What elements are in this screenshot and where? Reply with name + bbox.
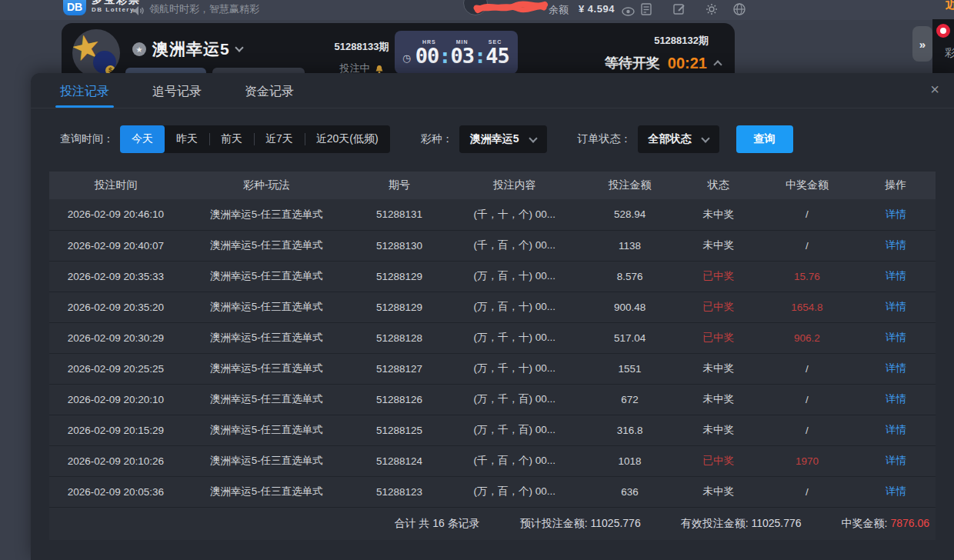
- cell-win-amount: /: [759, 415, 856, 445]
- order-status-select[interactable]: 全部状态: [638, 125, 719, 153]
- cell-win-amount: 15.76: [759, 261, 856, 292]
- report-icon[interactable]: [672, 2, 686, 16]
- countdown-clock: ◷ HRS MIN SEC 00:03:45: [395, 31, 518, 74]
- game-title-row[interactable]: ★ 澳洲幸运5: [132, 38, 242, 60]
- cell-bet-amount: 672: [581, 384, 679, 415]
- waiting-block: 51288132期 等待开奖 00:21: [605, 34, 721, 72]
- lottery-ball-icon: [93, 51, 116, 74]
- summary-valid: 有效投注金额: 11025.776: [681, 517, 802, 531]
- cell-bet-time: 2026-02-09 20:10:26: [49, 445, 182, 476]
- cell-issue: 51288129: [351, 261, 449, 292]
- tab-追号记录[interactable]: 追号记录: [152, 84, 202, 108]
- table-row: 2026-02-09 20:40:07 澳洲幸运5-任三直选单式 5128813…: [49, 230, 936, 261]
- detail-link[interactable]: 详情: [856, 322, 936, 353]
- cell-issue: 51288129: [351, 292, 449, 322]
- gear-icon[interactable]: [705, 2, 719, 16]
- table-row: 2026-02-09 20:15:29 澳洲幸运5-任三直选单式 5128812…: [49, 415, 936, 445]
- detail-link[interactable]: 详情: [856, 476, 936, 507]
- lottery-select[interactable]: 澳洲幸运5: [459, 125, 547, 153]
- detail-link[interactable]: 详情: [856, 261, 936, 292]
- speaker-icon: [132, 3, 145, 17]
- records-body: 2026-02-09 20:46:10 澳洲幸运5-任三直选单式 5128813…: [49, 199, 936, 507]
- cell-game-play: 澳洲幸运5-任三直选单式: [182, 445, 351, 476]
- cell-game-play: 澳洲幸运5-任三直选单式: [182, 384, 351, 415]
- cell-bet-amount: 900.48: [581, 292, 679, 322]
- time-filter-label: 查询时间：: [60, 132, 114, 146]
- time-option-昨天[interactable]: 昨天: [165, 125, 209, 153]
- record-ring-icon: [936, 24, 950, 38]
- cell-bet-time: 2026-02-09 20:20:10: [49, 384, 182, 415]
- cell-bet-amount: 316.8: [581, 415, 679, 445]
- cell-bet-time: 2026-02-09 20:35:20: [49, 292, 182, 322]
- balance-label: 余额: [549, 3, 569, 17]
- eye-icon[interactable]: [622, 4, 635, 18]
- app-logo: DB: [63, 0, 86, 15]
- cell-bet-amount: 528.94: [581, 199, 679, 230]
- tab-资金记录[interactable]: 资金记录: [245, 84, 294, 108]
- cell-game-play: 澳洲幸运5-任三直选单式: [182, 292, 351, 322]
- cell-status: 未中奖: [679, 476, 759, 507]
- cell-game-play: 澳洲幸运5-任三直选单式: [182, 353, 351, 384]
- cell-status: 未中奖: [679, 230, 759, 261]
- cell-game-play: 澳洲幸运5-任三直选单式: [182, 415, 351, 445]
- detail-link[interactable]: 详情: [856, 230, 936, 261]
- time-option-今天[interactable]: 今天: [120, 125, 165, 153]
- cell-win-amount: 1970: [759, 445, 856, 476]
- time-option-近20天(低频)[interactable]: 近20天(低频): [305, 125, 390, 153]
- waiting-label: 等待开奖: [605, 54, 660, 72]
- column-header: 投注金额: [581, 172, 679, 199]
- cell-bet-content: (万，千，十) 00...: [448, 353, 581, 384]
- column-header: 中奖金额: [759, 172, 856, 199]
- detail-link[interactable]: 详情: [856, 415, 936, 445]
- table-row: 2026-02-09 20:10:26 澳洲幸运5-任三直选单式 5128812…: [49, 445, 936, 476]
- cell-issue: 51288126: [351, 384, 449, 415]
- cell-bet-amount: 1551: [581, 353, 679, 384]
- game-avatar: ★ $: [72, 29, 120, 77]
- table-header-row: 投注时间彩种-玩法期号投注内容投注金额状态中奖金额操作: [49, 172, 936, 199]
- column-header: 投注时间: [49, 172, 182, 199]
- cell-bet-content: (千，百，个) 00...: [448, 445, 581, 476]
- detail-link[interactable]: 详情: [856, 199, 936, 230]
- cell-bet-content: (万，千，百) 00...: [448, 384, 581, 415]
- cell-status: 已中奖: [679, 261, 759, 292]
- query-button[interactable]: 查询: [736, 125, 793, 153]
- cell-bet-time: 2026-02-09 20:30:29: [49, 322, 182, 353]
- calculator-icon[interactable]: [640, 2, 652, 16]
- rail-clipped-text: 彩: [945, 46, 954, 60]
- cell-bet-content: (万，百，十) 00...: [448, 292, 581, 322]
- cell-bet-amount: 636: [581, 476, 679, 507]
- cell-bet-content: (千，十，个) 00...: [448, 199, 581, 230]
- time-option-前天[interactable]: 前天: [209, 125, 254, 153]
- cell-game-play: 澳洲幸运5-任三直选单式: [182, 261, 351, 292]
- summary-win: 中奖金额: 7876.06: [842, 517, 929, 531]
- detail-link[interactable]: 详情: [856, 292, 936, 322]
- column-header: 状态: [679, 172, 759, 199]
- tab-投注记录[interactable]: 投注记录: [60, 84, 109, 108]
- cell-issue: 51288130: [351, 230, 449, 261]
- close-icon[interactable]: ×: [925, 79, 945, 99]
- cell-game-play: 澳洲幸运5-任三直选单式: [182, 230, 351, 261]
- cell-issue: 51288123: [351, 476, 449, 507]
- globe-icon[interactable]: [732, 2, 746, 16]
- table-row: 2026-02-09 20:05:36 澳洲幸运5-任三直选单式 5128812…: [49, 476, 936, 507]
- detail-link[interactable]: 详情: [856, 384, 936, 415]
- cell-bet-content: (万，千，十) 00...: [448, 322, 581, 353]
- cell-win-amount: /: [759, 476, 856, 507]
- chevron-down-icon[interactable]: [235, 43, 243, 52]
- cell-issue: 51288127: [351, 353, 449, 384]
- filters-row: 查询时间： 今天昨天前天近7天近20天(低频) 彩种： 澳洲幸运5 订单状态： …: [60, 125, 925, 153]
- modal-tabs: 投注记录追号记录资金记录: [31, 73, 954, 108]
- collapse-panel-button[interactable]: »: [912, 26, 932, 62]
- time-filter-group: 今天昨天前天近7天近20天(低频): [120, 125, 390, 153]
- chevron-up-icon[interactable]: [713, 60, 722, 68]
- current-issue: 51288133期: [327, 40, 396, 54]
- cell-bet-time: 2026-02-09 20:35:33: [49, 261, 182, 292]
- status-filter-label: 订单状态：: [578, 132, 632, 146]
- time-option-近7天[interactable]: 近7天: [254, 125, 305, 153]
- detail-link[interactable]: 详情: [856, 445, 936, 476]
- favorite-icon[interactable]: ★: [132, 42, 146, 56]
- table-row: 2026-02-09 20:20:10 澳洲幸运5-任三直选单式 5128812…: [49, 384, 936, 415]
- detail-link[interactable]: 详情: [856, 353, 936, 384]
- cell-bet-time: 2026-02-09 20:46:10: [49, 199, 182, 230]
- table-row: 2026-02-09 20:30:29 澳洲幸运5-任三直选单式 5128812…: [49, 322, 936, 353]
